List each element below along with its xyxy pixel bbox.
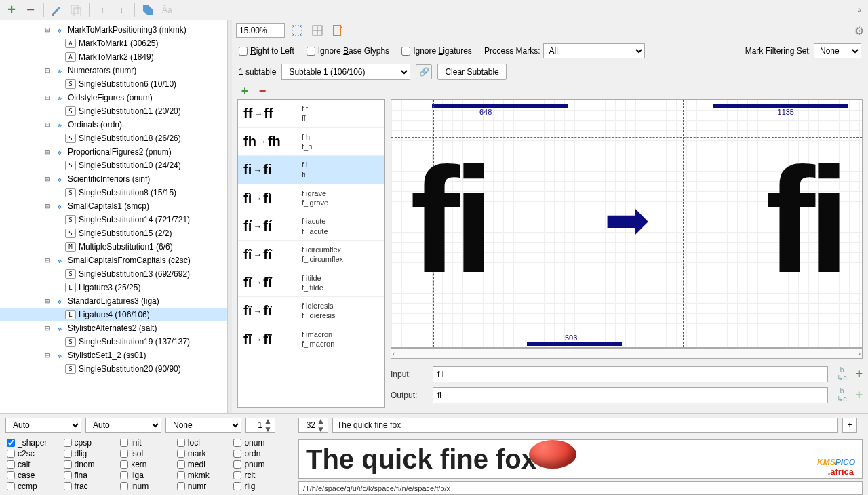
add-input-button[interactable]: + (855, 367, 863, 381)
substitution-item[interactable]: fi→fif ifi (238, 156, 384, 184)
feature-checkbox-dlig[interactable]: dlig (64, 449, 115, 458)
feature-checkbox-rlig[interactable]: rlig (233, 481, 285, 491)
page-icon[interactable] (330, 23, 346, 38)
edit-icon[interactable] (50, 3, 64, 18)
process-marks-select[interactable]: All (543, 43, 645, 58)
tree-node[interactable]: ⊟⟐ScientificInferiors (sinf) (0, 172, 227, 186)
tree-node[interactable]: AMarkToMark1 (30625) (0, 37, 227, 50)
sample-text-input[interactable] (332, 418, 838, 433)
substitution-list[interactable]: ff→fff ffffh→fhf hf_hfi→fif ififì→fìf ig… (237, 99, 385, 408)
tree-node[interactable]: SSingleSubstitution10 (24/24) (0, 159, 227, 172)
feature-checkbox-ccmp[interactable]: ccmp (7, 481, 58, 491)
feature-checkbox-calt[interactable]: calt (7, 460, 58, 469)
tree-node[interactable]: AMarkToMark2 (1849) (0, 50, 227, 64)
size-spinner[interactable]: ▲▼ (298, 418, 328, 433)
settings-icon[interactable]: ⚙ (854, 24, 864, 37)
feature-checkbox-dnom[interactable]: dnom (64, 460, 115, 469)
feature-checkbox-ordn[interactable]: ordn (233, 449, 285, 458)
output-field[interactable] (433, 387, 828, 403)
duplicate-icon (68, 3, 83, 18)
feature-checkbox-init[interactable]: init (120, 438, 172, 448)
tree-node[interactable]: ⊟⟐Numerators (numr) (0, 64, 227, 77)
feature-tree[interactable]: ⊟⟐MarkToMarkPositioning3 (mkmk)AMarkToMa… (0, 20, 227, 413)
feature-checkbox-kern[interactable]: kern (120, 460, 172, 469)
language-select[interactable]: Auto (85, 418, 161, 433)
feature-checkbox-numr[interactable]: numr (177, 481, 229, 491)
mark-filtering-select[interactable]: None (814, 43, 861, 58)
ignore-ligatures-checkbox[interactable]: Ignore Ligatures (401, 46, 472, 56)
feature-checkbox-mark[interactable]: mark (177, 449, 229, 458)
tree-node[interactable]: ⊟⟐StandardLigatures3 (liga) (0, 294, 227, 308)
feature-checkbox-medi[interactable]: medi (177, 460, 229, 469)
add-button[interactable]: + (4, 3, 19, 18)
feature-checkbox-isol[interactable]: isol (120, 449, 172, 458)
substitution-item[interactable]: fï→fïf idieresisf_idieresis (238, 297, 384, 325)
substitution-item[interactable]: fí→fíf iacutef_iacute (238, 212, 384, 241)
remove-subst-button[interactable]: − (255, 83, 270, 98)
svg-rect-2 (74, 8, 81, 16)
tree-node[interactable]: SSingleSubstitution18 (26/26) (0, 132, 227, 145)
direction-select[interactable]: None (165, 418, 241, 433)
tree-node[interactable]: MMultipleSubstitution1 (6/6) (0, 240, 227, 254)
clear-subtable-button[interactable]: Clear Subtable (437, 64, 506, 80)
substitution-item[interactable]: fh→fhf hf_h (238, 128, 384, 157)
substitution-item[interactable]: fì→fìf igravef_igrave (238, 184, 384, 213)
script-select[interactable]: Auto (5, 418, 81, 433)
tree-node[interactable]: LLigature4 (106/106) (0, 308, 227, 321)
tree-node[interactable]: SSingleSubstitution15 (2/2) (0, 226, 227, 240)
feature-checkbox-mkmk[interactable]: mkmk (177, 471, 229, 480)
zoom-select[interactable] (236, 23, 285, 38)
feature-checkbox-pnum[interactable]: pnum (233, 460, 285, 469)
input-field[interactable] (433, 366, 828, 382)
add-output-button: + (855, 388, 863, 402)
feature-checkbox-frac[interactable]: frac (64, 481, 115, 491)
feature-checkbox-onum[interactable]: onum (233, 438, 285, 448)
ignore-base-checkbox[interactable]: Ignore Base Glyphs (307, 46, 389, 56)
feature-checkbox-case[interactable]: case (7, 471, 58, 480)
svg-rect-8 (334, 26, 340, 35)
subtable-select[interactable]: Subtable 1 (106/106) (281, 64, 410, 80)
tree-node[interactable]: ⊟⟐MarkToMarkPositioning3 (mkmk) (0, 23, 227, 37)
substitution-item[interactable]: fî→fîf icircumflexf_icircumflex (238, 241, 384, 269)
tree-node[interactable]: ⊟⟐SmallCapitalsFromCapitals (c2sc) (0, 254, 227, 267)
tree-node[interactable]: SSingleSubstitution6 (10/10) (0, 77, 227, 91)
tree-node[interactable]: ⊟⟐Ordinals (ordn) (0, 118, 227, 132)
horizontal-scrollbar[interactable]: ‹› (391, 348, 863, 359)
count-spinner[interactable]: ▲▼ (245, 418, 275, 433)
substitution-item[interactable]: ff→fff fff (238, 100, 384, 128)
tree-node[interactable]: ⊟⟐ProportionalFigures2 (pnum) (0, 145, 227, 159)
add-subst-button[interactable]: + (237, 83, 252, 98)
grid-icon[interactable] (309, 23, 326, 38)
sample-rendered-text: The quick fine fox (306, 444, 536, 475)
substitution-item[interactable]: fī→fīf imacronf_imacron (238, 325, 384, 354)
feature-checkbox-_shaper[interactable]: _shaper (7, 438, 58, 448)
output-glyph-preview: fi (766, 146, 843, 295)
tree-node[interactable]: ⊟⟐StylisticSet1_2 (ss01) (0, 349, 227, 362)
link-icon[interactable]: 🔗 (416, 64, 432, 79)
tree-node[interactable]: SSingleSubstitution19 (137/137) (0, 335, 227, 349)
tree-node[interactable]: SSingleSubstitution11 (20/20) (0, 104, 227, 118)
add-sample-button[interactable]: + (842, 418, 857, 433)
feature-checkbox-cpsp[interactable]: cpsp (64, 438, 115, 448)
glyph-preview-canvas[interactable]: 648 1135 fi ➡ fi 503 (391, 99, 863, 348)
feature-checkbox-c2sc[interactable]: c2sc (7, 449, 58, 458)
feature-checkbox-locl[interactable]: locl (177, 438, 229, 448)
tree-node[interactable]: SSingleSubstitution20 (90/90) (0, 362, 227, 376)
feature-checkbox-fina[interactable]: fina (64, 471, 115, 480)
tag-icon[interactable] (140, 3, 155, 18)
tree-node[interactable]: ⊟⟐StylisticAlternates2 (salt) (0, 321, 227, 335)
tree-node[interactable]: ⊟⟐SmallCapitals1 (smcp) (0, 199, 227, 213)
remove-button[interactable]: − (23, 3, 38, 18)
fit-icon[interactable] (289, 23, 305, 38)
tree-node[interactable]: SSingleSubstitution14 (721/721) (0, 213, 227, 226)
feature-checkbox-liga[interactable]: liga (120, 471, 172, 480)
feature-checkbox-rclt[interactable]: rclt (233, 471, 285, 480)
rtl-checkbox[interactable]: Right to Left (239, 46, 294, 56)
feature-checkbox-lnum[interactable]: lnum (120, 481, 172, 491)
tree-node[interactable]: SSingleSubstitution8 (15/15) (0, 186, 227, 199)
tree-node[interactable]: SSingleSubstitution13 (692/692) (0, 267, 227, 281)
tree-node[interactable]: LLigature3 (25/25) (0, 281, 227, 294)
collapse-toolbar-icon[interactable]: » (857, 6, 864, 14)
substitution-item[interactable]: fĩ→fĩf itildef_itilde (238, 269, 384, 298)
tree-node[interactable]: ⊟⟐OldstyleFigures (onum) (0, 91, 227, 104)
